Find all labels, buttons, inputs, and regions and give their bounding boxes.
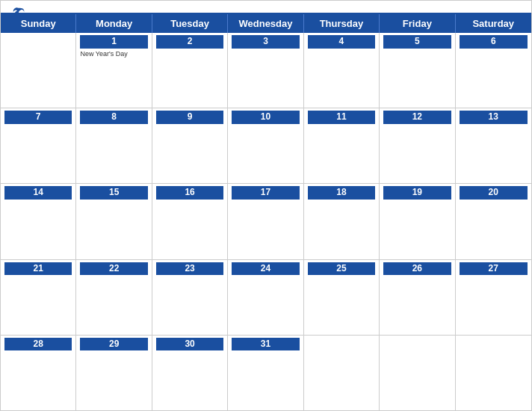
day-number: 3 [232, 35, 299, 49]
day-cell: 16 [152, 184, 228, 259]
day-number: 18 [308, 186, 375, 200]
day-cell: 8 [76, 108, 152, 183]
day-number: 27 [460, 262, 528, 276]
day-cell [456, 336, 531, 410]
day-number: 24 [232, 262, 299, 276]
day-cell: 17 [228, 184, 303, 259]
day-header-monday: Monday [76, 14, 152, 33]
day-number: 14 [4, 186, 72, 200]
day-number: 8 [80, 111, 147, 124]
calendar-container: SundayMondayTuesdayWednesdayThursdayFrid… [0, 0, 532, 411]
day-header-saturday: Saturday [456, 14, 531, 33]
day-cell: 29 [76, 336, 152, 410]
day-cell: 26 [380, 260, 455, 335]
day-number: 19 [383, 186, 451, 200]
week-row-4: 21222324252627 [1, 260, 531, 336]
day-number: 31 [232, 338, 299, 351]
day-cell: 18 [304, 184, 380, 259]
day-number: 2 [156, 35, 223, 49]
day-number: 4 [308, 35, 375, 49]
day-cell: 23 [152, 260, 228, 335]
day-cell: 22 [76, 260, 152, 335]
day-cell: 12 [380, 108, 455, 183]
day-cell [304, 336, 380, 410]
day-number: 30 [156, 338, 223, 351]
day-number: 25 [308, 262, 375, 276]
day-cell: 14 [1, 184, 76, 259]
day-number: 16 [156, 186, 223, 200]
day-number: 26 [383, 262, 451, 276]
generalblue-logo [12, 7, 27, 19]
day-header-thursday: Thursday [304, 14, 380, 33]
day-headers-row: SundayMondayTuesdayWednesdayThursdayFrid… [1, 14, 531, 33]
day-number: 13 [460, 111, 528, 124]
day-cell: 30 [152, 336, 228, 410]
day-cell: 31 [228, 336, 303, 410]
day-number: 1 [80, 35, 147, 49]
day-cell: 7 [1, 108, 76, 183]
calendar-grid: SundayMondayTuesdayWednesdayThursdayFrid… [1, 13, 531, 410]
day-number: 23 [156, 262, 223, 276]
day-number: 17 [232, 186, 299, 200]
day-cell: 28 [1, 336, 76, 410]
day-cell: 9 [152, 108, 228, 183]
day-cell: 25 [304, 260, 380, 335]
day-cell: 15 [76, 184, 152, 259]
day-number: 10 [232, 111, 299, 124]
day-number: 15 [80, 186, 147, 200]
day-cell: 6 [456, 33, 531, 108]
day-cell: 3 [228, 33, 303, 108]
day-number: 9 [156, 111, 223, 124]
day-cell [380, 336, 455, 410]
day-cell [1, 33, 76, 108]
holiday-label: New Year's Day [80, 50, 147, 58]
day-number: 5 [383, 35, 451, 49]
week-row-3: 14151617181920 [1, 184, 531, 259]
day-number: 12 [383, 111, 451, 124]
day-cell: 10 [228, 108, 303, 183]
day-header-wednesday: Wednesday [228, 14, 303, 33]
day-cell: 13 [456, 108, 531, 183]
logo-bird-icon [12, 7, 25, 19]
week-row-5: 28293031 [1, 336, 531, 410]
day-number: 7 [4, 111, 72, 124]
logo-blue-text [12, 7, 27, 19]
day-number: 21 [4, 262, 72, 276]
day-cell: 24 [228, 260, 303, 335]
week-row-1: 1New Year's Day23456 [1, 33, 531, 108]
day-cell: 27 [456, 260, 531, 335]
day-number: 28 [4, 338, 72, 351]
day-number: 6 [460, 35, 528, 49]
day-cell: 20 [456, 184, 531, 259]
week-row-2: 78910111213 [1, 108, 531, 184]
day-header-friday: Friday [380, 14, 455, 33]
day-cell: 19 [380, 184, 455, 259]
day-cell: 2 [152, 33, 228, 108]
day-cell: 4 [304, 33, 380, 108]
day-cell: 21 [1, 260, 76, 335]
day-number: 11 [308, 111, 375, 124]
weeks-container: 1New Year's Day2345678910111213141516171… [1, 33, 531, 410]
day-number: 29 [80, 338, 147, 351]
day-header-tuesday: Tuesday [152, 14, 228, 33]
day-cell: 1New Year's Day [76, 33, 152, 108]
day-number: 20 [460, 186, 528, 200]
day-cell: 11 [304, 108, 380, 183]
day-number: 22 [80, 262, 147, 276]
day-cell: 5 [380, 33, 455, 108]
calendar-header [1, 1, 531, 13]
